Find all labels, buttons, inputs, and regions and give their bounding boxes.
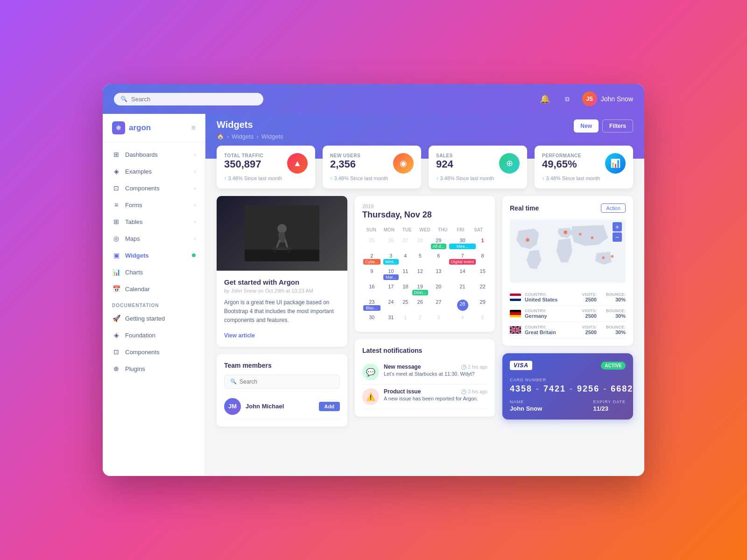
forms-icon: ≡ [112, 201, 120, 209]
cal-day[interactable]: 24 [382, 298, 400, 312]
sidebar-item-dashboards[interactable]: ⊞ Dashboards › [103, 146, 205, 163]
cal-day[interactable]: 21 [448, 282, 477, 297]
sidebar-item-examples[interactable]: ◈ Examples › [103, 163, 205, 180]
cal-day[interactable]: 9 [362, 267, 381, 281]
cal-day[interactable]: 2 [411, 313, 429, 324]
sidebar-item-calendar[interactable]: 📅 Calendar [103, 280, 205, 297]
cal-day[interactable]: 17 [382, 282, 400, 297]
country-row-gb: Country: Great Britain Visits: 2500 Boun… [510, 322, 626, 338]
team-search-input[interactable] [240, 378, 334, 385]
cal-event: Dinn... [412, 290, 428, 295]
stat-card-row: SALES 924 ⊕ [436, 153, 520, 174]
cal-day[interactable]: 27 [430, 298, 447, 312]
cal-day[interactable]: 25 [362, 236, 381, 251]
sidebar-item-foundation[interactable]: ◈ Foundation [103, 327, 205, 343]
sidebar-item-forms[interactable]: ≡ Forms › [103, 196, 205, 213]
cal-day[interactable]: 7Digital event [448, 252, 477, 266]
cal-day-today[interactable]: 28 [457, 300, 468, 311]
cal-day[interactable]: 25 [401, 298, 410, 312]
cal-day[interactable]: 3Wint... [382, 252, 400, 266]
sidebar-item-tables[interactable]: ⊞ Tables › [103, 213, 205, 230]
cal-day[interactable]: 20 [430, 282, 447, 297]
stat-change-val: 3.48% [440, 175, 455, 181]
sidebar-item-components-doc[interactable]: ⊡ Components [103, 343, 205, 360]
credit-card: VISA ACTIVE CARD NUMBER 4358 - 7421 - 92… [502, 353, 633, 420]
sidebar-item-charts[interactable]: 📊 Charts [103, 264, 205, 280]
header-search-container[interactable]: 🔍 [114, 93, 263, 105]
map-svg [510, 218, 626, 284]
cal-day[interactable]: 10Mar... [382, 267, 400, 281]
cal-day[interactable]: 13 [430, 267, 447, 281]
cal-day[interactable]: 6 [430, 252, 447, 266]
card-sep1: - [536, 384, 540, 394]
article-image [217, 196, 347, 271]
card-part4: 6682 [611, 384, 633, 394]
cal-day[interactable]: 22 [478, 282, 487, 297]
cal-day[interactable]: 30Mee... [448, 236, 477, 251]
sidebar-item-maps[interactable]: ◎ Maps › [103, 230, 205, 247]
cal-day[interactable]: 19Dinn... [411, 282, 429, 297]
cal-day[interactable]: 27 [401, 236, 410, 251]
chevron-right-icon: › [194, 203, 196, 208]
breadcrumb-widgets[interactable]: Widgets [232, 133, 254, 140]
copy-btn[interactable]: ⧉ [560, 91, 575, 106]
user-info[interactable]: JS John Snow [582, 91, 633, 106]
cal-day[interactable]: 29 [478, 298, 487, 312]
sidebar-item-widgets[interactable]: ▣ Widgets [103, 247, 205, 264]
svg-point-7 [273, 249, 277, 253]
copy-icon: ⧉ [565, 95, 570, 103]
filters-button[interactable]: Filters [602, 119, 633, 133]
cal-day[interactable]: 16 [362, 282, 381, 297]
svg-point-15 [611, 255, 614, 258]
stat-icon-sales: ⊕ [499, 153, 520, 174]
country-name: United States [525, 297, 578, 302]
hamburger-btn[interactable]: ≡ [191, 124, 196, 132]
cal-day[interactable]: 15 [478, 267, 487, 281]
cal-day[interactable]: 4 [448, 313, 477, 324]
sidebar-item-plugins[interactable]: ⊕ Plugins [103, 360, 205, 377]
cal-day[interactable]: 23Blac... [362, 298, 381, 312]
team-search[interactable]: 🔍 [224, 375, 340, 389]
cal-day[interactable]: 5 [411, 252, 429, 266]
cal-event: Blac... [363, 305, 381, 311]
notification-btn[interactable]: 🔔 [537, 91, 552, 106]
svg-point-13 [591, 237, 594, 239]
cal-day[interactable]: 8 [478, 252, 487, 266]
skater-illustration [245, 205, 319, 261]
cal-day[interactable]: 2Cybe... [362, 252, 381, 266]
cal-day[interactable]: 26 [382, 236, 400, 251]
cal-day[interactable]: 29All d... [430, 236, 447, 251]
new-button[interactable]: New [574, 119, 599, 133]
cal-day[interactable]: 11 [401, 267, 410, 281]
calendar-year: 2019 [362, 203, 487, 209]
zoom-in-btn[interactable]: + [613, 222, 622, 231]
cal-day[interactable]: 4 [401, 252, 410, 266]
breadcrumb-section: Widgets 🏠 › Widgets › Widgets [217, 119, 283, 140]
view-article-link[interactable]: View article [224, 332, 255, 339]
country-info: Country: Great Britain [525, 325, 578, 335]
cal-day[interactable]: 28 [411, 236, 429, 251]
sidebar-item-getting-started[interactable]: 🚀 Getting started [103, 310, 205, 327]
cal-day[interactable]: 5 [478, 313, 487, 324]
add-member-button[interactable]: Add [319, 402, 340, 411]
cal-day[interactable]: 12 [411, 267, 429, 281]
home-icon: 🏠 [217, 133, 224, 140]
action-button[interactable]: Action [601, 203, 626, 213]
cal-day[interactable]: 31 [382, 313, 400, 324]
header-search-input[interactable] [131, 96, 257, 103]
cal-day[interactable]: 14 [448, 267, 477, 281]
visits-value: 2500 [582, 297, 597, 302]
sidebar: ❋ argon ≡ ⊞ Dashboards › ◈ Examples › ⊡ … [103, 114, 205, 476]
cal-day[interactable]: 30 [362, 313, 381, 324]
svg-point-11 [564, 231, 567, 234]
cal-day[interactable]: 1 [478, 236, 487, 251]
cal-day[interactable]: 18 [401, 282, 410, 297]
sidebar-item-components[interactable]: ⊡ Components › [103, 180, 205, 196]
visits-value: 2500 [582, 329, 597, 335]
zoom-out-btn[interactable]: − [613, 232, 622, 242]
app-container: 🔍 🔔 ⧉ JS John Snow ❋ argon ≡ [103, 84, 644, 476]
cal-day[interactable]: 26 [411, 298, 429, 312]
cal-day[interactable]: 1 [401, 313, 410, 324]
sidebar-label-dashboards: Dashboards [125, 151, 158, 158]
cal-day[interactable]: 3 [430, 313, 447, 324]
